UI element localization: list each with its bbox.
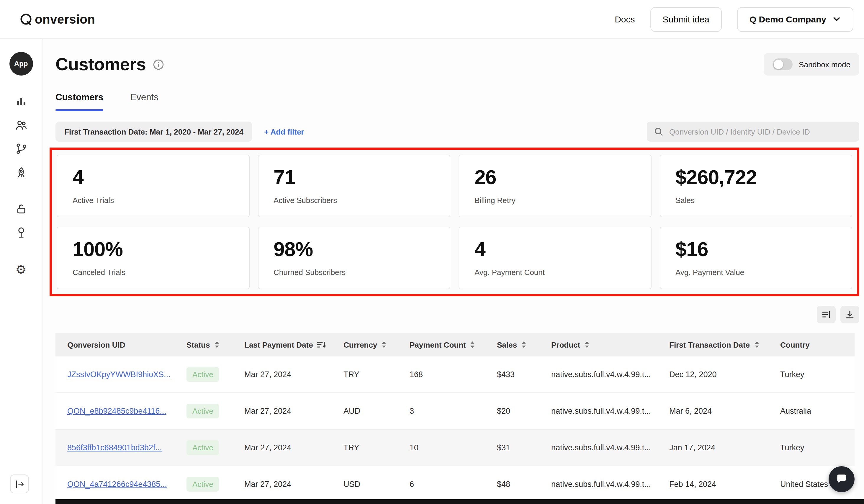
table-row[interactable]: JZssIvOKpyYWWBI9hioXS... Active Mar 27, … [56,357,854,393]
sandbox-mode-label: Sandbox mode [799,60,850,69]
cell-first-transaction-date: Jan 17, 2024 [658,443,768,452]
stat-label: Sales [675,196,836,205]
company-selector-button[interactable]: Q Demo Company [737,7,853,32]
table-row[interactable]: QON_4a741266c94e4385... Active Mar 27, 2… [56,466,854,503]
table-row[interactable]: 856f3ffb1c684901bd3b2f... Active Mar 27,… [56,430,854,466]
stat-value: $260,722 [675,166,836,189]
cell-country: Turkey [768,443,854,452]
toggle-knob [773,60,783,69]
cell-country: Australia [768,407,854,416]
submit-idea-button[interactable]: Submit idea [650,7,722,32]
logout-button[interactable] [10,475,29,493]
rocket-icon [14,166,27,179]
stat-value: 26 [475,166,635,189]
sidebar-item-launch[interactable] [9,160,33,184]
cell-qonversion-uid: QON_4a741266c94e4385... [56,480,175,489]
sidebar-item-experiments[interactable] [9,221,33,244]
stat-card-avg-payment-value: $16 Avg. Payment Value [660,227,852,289]
stat-label: Active Subscribers [274,196,434,205]
cell-last-payment-date: Mar 27, 2024 [232,407,332,416]
col-label: Last Payment Date [244,340,313,349]
stat-label: Churned Subscribers [274,268,434,277]
col-header-sales[interactable]: Sales [485,340,539,349]
stat-card-active-subscribers: 71 Active Subscribers [257,155,450,217]
app-avatar[interactable]: App [9,52,33,75]
sidebar-item-customers[interactable] [9,113,33,137]
top-bar: onversion Docs Submit idea Q Demo Compan… [0,0,864,39]
status-badge: Active [187,367,219,382]
search-input[interactable] [668,127,852,136]
table-controls [56,306,859,323]
sidebar-item-funnels[interactable] [9,137,33,160]
uid-link[interactable]: QON_4a741266c94e4385... [67,480,167,489]
chevron-down-icon [832,15,841,24]
cell-currency: AUD [332,407,398,416]
table-header-row: Qonversion UID Status Last Payment Date [56,333,854,357]
col-header-qonversion-uid[interactable]: Qonversion UID [56,340,175,349]
chat-launcher-button[interactable] [829,466,854,492]
add-filter-button[interactable]: + Add filter [264,127,304,136]
cell-qonversion-uid: QON_e8b92485c9be4116... [56,407,175,416]
uid-link[interactable]: QON_e8b92485c9be4116... [67,407,166,416]
main-content: Customers Sandbox mode Customers [43,39,864,504]
stat-label: Active Trials [73,196,233,205]
cell-payment-count: 168 [398,370,485,379]
col-header-payment-count[interactable]: Payment Count [398,340,485,349]
uid-link[interactable]: JZssIvOKpyYWWBI9hioXS... [67,370,170,379]
sidebar-item-dashboard[interactable] [9,90,33,113]
col-header-first-transaction-date[interactable]: First Transaction Date [658,340,768,349]
cell-status: Active [175,440,232,455]
toggle-switch[interactable] [772,58,792,70]
bottom-cutoff-strip [56,499,864,504]
stat-card-sales: $260,722 Sales [660,155,852,217]
sort-icon [381,340,386,349]
table-row[interactable]: QON_e8b92485c9be4116... Active Mar 27, 2… [56,393,854,430]
cell-sales: $48 [485,480,539,489]
sidebar-item-entitlements[interactable] [9,197,33,221]
stat-card-active-trials: 4 Active Trials [57,155,249,217]
date-filter-chip[interactable]: First Transaction Date: Mar 1, 2020 - Ma… [56,122,252,142]
stat-value: 4 [73,166,233,189]
col-label: First Transaction Date [669,340,750,349]
gear-icon: ⚙ [15,263,26,275]
sort-applied-desc-icon [317,340,326,349]
info-icon[interactable] [153,59,164,70]
sort-icon [754,340,759,349]
stat-card-canceled-trials: 100% Canceled Trials [57,227,249,289]
cell-payment-count: 6 [398,480,485,489]
sandbox-mode-toggle[interactable]: Sandbox mode [764,53,859,75]
cell-sales: $31 [485,443,539,452]
tab-events[interactable]: Events [130,92,158,111]
cell-currency: USD [332,480,398,489]
download-button[interactable] [840,306,859,323]
col-header-country[interactable]: Country [768,340,854,349]
cell-status: Active [175,404,232,418]
col-label: Qonversion UID [67,340,125,349]
sidebar-item-settings[interactable]: ⚙ [9,257,33,281]
stat-value: 71 [274,166,434,189]
tab-customers[interactable]: Customers [56,92,103,111]
cell-status: Active [175,367,232,382]
cell-payment-count: 3 [398,407,485,416]
stat-value: $16 [675,238,836,261]
cell-first-transaction-date: Feb 14, 2024 [658,480,768,489]
col-header-product[interactable]: Product [539,340,658,349]
branch-icon [14,142,27,155]
logo-q-icon [19,12,33,26]
customers-table: Qonversion UID Status Last Payment Date [56,333,854,503]
col-header-last-payment-date[interactable]: Last Payment Date [232,340,332,349]
cell-qonversion-uid: JZssIvOKpyYWWBI9hioXS... [56,370,175,379]
stat-label: Canceled Trials [73,268,233,277]
stat-label: Avg. Payment Value [675,268,836,277]
cell-qonversion-uid: 856f3ffb1c684901bd3b2f... [56,443,175,452]
sidebar-nav-main [0,90,42,184]
uid-link[interactable]: 856f3ffb1c684901bd3b2f... [67,443,162,452]
col-header-status[interactable]: Status [175,340,232,349]
cell-sales: $433 [485,370,539,379]
bar-chart-icon [14,95,27,108]
qonversion-logo[interactable]: onversion [19,12,95,26]
docs-link[interactable]: Docs [615,14,635,24]
cell-last-payment-date: Mar 27, 2024 [232,480,332,489]
col-header-currency[interactable]: Currency [332,340,398,349]
column-settings-button[interactable] [817,306,836,323]
